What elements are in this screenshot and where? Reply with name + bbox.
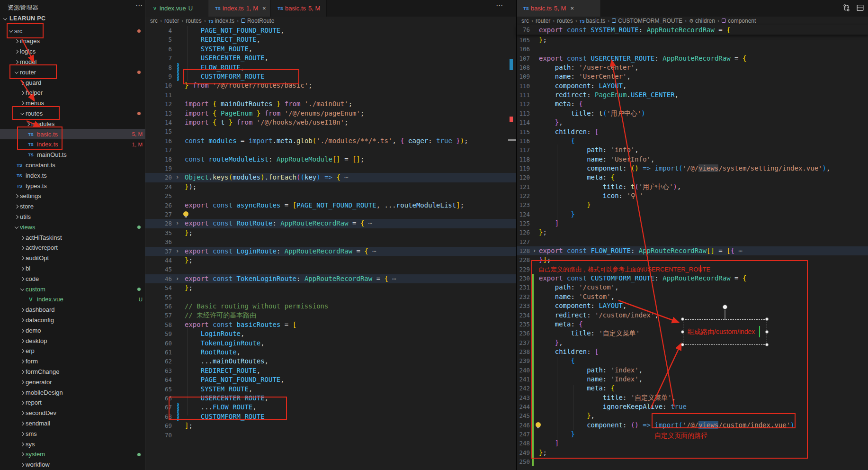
code-line-234[interactable]: 234 redirect: '/custom/index', bbox=[517, 311, 868, 320]
code-line-60[interactable]: 60 TokenLoginRoute, bbox=[145, 339, 516, 348]
tree-item-types.ts[interactable]: TStypes.ts bbox=[0, 181, 145, 191]
selection-handle[interactable] bbox=[765, 317, 769, 321]
breadcrumb-item[interactable]: RootRoute bbox=[247, 18, 274, 24]
tab-index.ts[interactable]: TSindex.ts1, M× bbox=[208, 0, 271, 17]
tree-item-basic.ts[interactable]: TSbasic.ts5, M bbox=[0, 129, 145, 139]
code-line-238[interactable]: 238 children: [ bbox=[517, 347, 868, 356]
code-line-54[interactable]: 54}; bbox=[145, 283, 516, 292]
code-line-116[interactable]: 116 { bbox=[517, 136, 868, 145]
code-line-26[interactable]: 26export const asyncRoutes = [PAGE_NOT_F… bbox=[145, 201, 516, 210]
breadcrumb-item[interactable]: basic.ts bbox=[586, 18, 606, 24]
tree-item-actHiTaskinst[interactable]: actHiTaskinst bbox=[0, 232, 145, 243]
tree-item-src[interactable]: src bbox=[0, 26, 145, 36]
code-line-55[interactable]: 55 bbox=[145, 293, 516, 302]
tree-item-index.ts[interactable]: TSindex.ts bbox=[0, 170, 145, 181]
code-line-105[interactable]: 105}; bbox=[517, 36, 868, 45]
code-line-14[interactable]: 14import { t } from '/@/hooks/web/useI18… bbox=[145, 118, 516, 127]
tab-index.vue[interactable]: Vindex.vueU bbox=[145, 0, 208, 17]
code-line-245[interactable]: 245 }, bbox=[517, 411, 868, 420]
tree-item-code[interactable]: code bbox=[0, 273, 145, 284]
code-line-107[interactable]: 107export const USERCENTER_ROUTE: AppRou… bbox=[517, 54, 868, 63]
code-line-117[interactable]: 117 path: 'info', bbox=[517, 145, 868, 154]
lightbulb-icon[interactable] bbox=[183, 211, 188, 217]
annotation-textbox[interactable]: 组成路由/custom/index bbox=[683, 319, 767, 345]
code-line-17[interactable]: 17 bbox=[145, 145, 516, 154]
code-line-243[interactable]: 243 title: '自定义菜单', bbox=[517, 393, 868, 402]
tree-item-formChange[interactable]: formChange bbox=[0, 366, 145, 377]
code-line-231[interactable]: 231 path: '/custom', bbox=[517, 283, 868, 292]
right-code-editor[interactable]: 105};106107export const USERCENTER_ROUTE… bbox=[517, 25, 868, 470]
tree-item-model[interactable]: model bbox=[0, 56, 145, 67]
open-changes-icon[interactable] bbox=[842, 4, 850, 12]
code-line-248[interactable]: 248 ] bbox=[517, 439, 868, 448]
tree-item-desktop[interactable]: desktop bbox=[0, 335, 145, 346]
tree-item-sendmail[interactable]: sendmail bbox=[0, 418, 145, 428]
code-line-125[interactable]: 125 ] bbox=[517, 219, 868, 228]
tree-item-erp[interactable]: erp bbox=[0, 346, 145, 356]
fold-chevron-icon[interactable]: › bbox=[176, 173, 179, 182]
code-line-249[interactable]: 249}; bbox=[517, 448, 868, 457]
breadcrumb-item[interactable]: routes bbox=[557, 18, 573, 24]
code-line-18[interactable]: 18const routeModuleList: AppRouteModule[… bbox=[145, 155, 516, 164]
middle-code-editor[interactable]: 4 PAGE_NOT_FOUND_ROUTE,5 REDIRECT_ROUTE,… bbox=[145, 25, 516, 470]
code-line-70[interactable]: 70 bbox=[145, 431, 516, 440]
tree-item-routes[interactable]: routes bbox=[0, 108, 145, 118]
tree-item-custom[interactable]: custom bbox=[0, 284, 145, 294]
code-line-124[interactable]: 124 } bbox=[517, 210, 868, 219]
tree-item-mainOut.ts[interactable]: TSmainOut.ts bbox=[0, 150, 145, 160]
code-line-228[interactable]: 228}]; bbox=[517, 255, 868, 264]
code-line-58[interactable]: 58export const basicRoutes = [ bbox=[145, 320, 516, 329]
code-line-45[interactable]: 45 bbox=[145, 265, 516, 274]
code-line-240[interactable]: 240 path: 'index', bbox=[517, 366, 868, 375]
code-line-62[interactable]: 62 ...mainOutRoutes, bbox=[145, 357, 516, 366]
tree-item-workflow[interactable]: workflow bbox=[0, 460, 145, 470]
selection-handle[interactable] bbox=[681, 330, 684, 334]
code-line-109[interactable]: 109 name: 'UserCenter', bbox=[517, 72, 868, 81]
code-line-10[interactable]: 10} from '/@/router/routes/basic'; bbox=[145, 81, 516, 90]
tree-item-index.vue[interactable]: Vindex.vueU bbox=[0, 294, 145, 305]
tree-item-dataconfig[interactable]: dataconfig bbox=[0, 315, 145, 325]
code-line-115[interactable]: 115 children: [ bbox=[517, 127, 868, 136]
code-line-69[interactable]: 69]; bbox=[145, 421, 516, 430]
tree-item-images[interactable]: images bbox=[0, 36, 145, 46]
tree-item-system[interactable]: system bbox=[0, 449, 145, 460]
tree-item-settings[interactable]: settings bbox=[0, 191, 145, 201]
code-line-246[interactable]: 246 component: () => import('/@/views/cu… bbox=[517, 421, 868, 430]
code-line-57[interactable]: 57// 未经许可的基本路由 bbox=[145, 311, 516, 320]
code-line-35[interactable]: 35}; bbox=[145, 228, 516, 237]
tree-item-store[interactable]: store bbox=[0, 201, 145, 212]
tree-item-views[interactable]: views bbox=[0, 222, 145, 232]
code-line-20[interactable]: 20›Object.keys(modules).forEach((key) =>… bbox=[145, 173, 516, 182]
code-line-108[interactable]: 108 path: '/user-center', bbox=[517, 63, 868, 72]
middle-breadcrumb[interactable]: src›router›routes›TSindex.ts›RootRoute bbox=[145, 17, 516, 25]
code-line-59[interactable]: 59 LoginRoute, bbox=[145, 329, 516, 338]
code-line-128[interactable]: 128›export const FLOW_ROUTE: AppRouteRec… bbox=[517, 246, 868, 255]
code-line-9[interactable]: 9 CUSTOMFORM_ROUTE bbox=[145, 72, 516, 81]
code-line-5[interactable]: 5 REDIRECT_ROUTE, bbox=[145, 35, 516, 44]
breadcrumb-item[interactable]: component bbox=[728, 18, 756, 24]
code-line-65[interactable]: 65 SYSTEM_ROUTE, bbox=[145, 385, 516, 394]
right-breadcrumb[interactable]: src›router›routes›TSbasic.ts›CUSTOMFORM_… bbox=[517, 17, 868, 25]
breadcrumb-item[interactable]: CUSTOMFORM_ROUTE bbox=[618, 18, 682, 24]
selection-handle[interactable] bbox=[765, 343, 769, 346]
tree-item-guard[interactable]: guard bbox=[0, 77, 145, 88]
code-line-250[interactable]: 250 bbox=[517, 457, 868, 466]
breadcrumb-item[interactable]: router bbox=[536, 18, 550, 24]
breadcrumb-item[interactable]: src bbox=[521, 18, 529, 24]
code-line-239[interactable]: 239 { bbox=[517, 356, 868, 365]
code-line-114[interactable]: 114 }, bbox=[517, 118, 868, 127]
rotation-handle[interactable] bbox=[723, 305, 727, 309]
tree-item-index.ts[interactable]: TSindex.ts1, M bbox=[0, 139, 145, 150]
tree-item-modules[interactable]: modules bbox=[0, 118, 145, 129]
code-line-24[interactable]: 24}); bbox=[145, 182, 516, 191]
code-line-25[interactable]: 25 bbox=[145, 191, 516, 200]
code-line-27[interactable]: 27 bbox=[145, 210, 516, 219]
fold-chevron-icon[interactable]: › bbox=[176, 274, 179, 283]
tree-item-helper[interactable]: helper bbox=[0, 88, 145, 98]
code-line-15[interactable]: 15 bbox=[145, 127, 516, 136]
code-line-244[interactable]: 244 ignoreKeepAlive: true bbox=[517, 402, 868, 411]
fold-chevron-icon[interactable]: › bbox=[176, 247, 179, 256]
close-icon[interactable]: × bbox=[570, 5, 574, 12]
tree-item-report[interactable]: report bbox=[0, 398, 145, 408]
code-line-7[interactable]: 7 USERCENTER_ROUTE, bbox=[145, 54, 516, 63]
